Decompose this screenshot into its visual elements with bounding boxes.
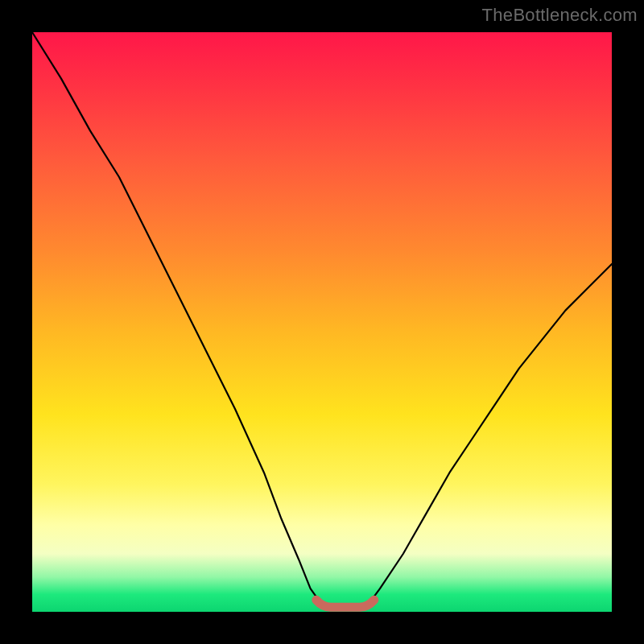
optimal-region-marker <box>316 600 374 607</box>
bottleneck-curve <box>32 32 612 609</box>
curve-layer <box>32 32 612 612</box>
watermark-text: TheBottleneck.com <box>482 5 638 26</box>
plot-area <box>32 32 612 612</box>
chart-frame: TheBottleneck.com <box>0 0 644 644</box>
